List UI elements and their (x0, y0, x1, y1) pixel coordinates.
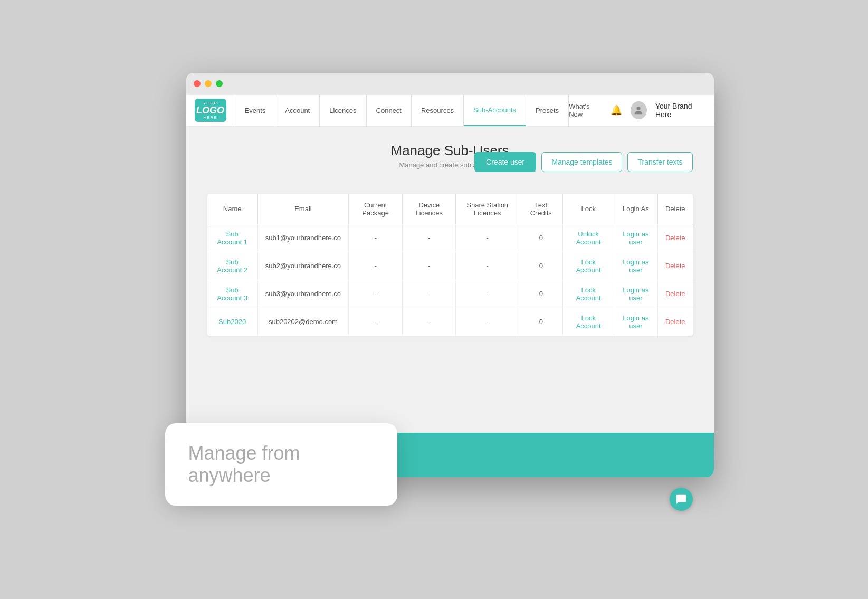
cell-share-1: - (456, 252, 519, 280)
cell-email-0: sub1@yourbrandhere.co (257, 224, 348, 252)
cell-device-0: - (403, 224, 456, 252)
cell-name-3: Sub2020 (207, 308, 258, 336)
transfer-texts-button[interactable]: Transfer texts (627, 152, 692, 172)
nav-events[interactable]: Events (235, 94, 276, 126)
nav-licences[interactable]: Licences (320, 94, 366, 126)
logo[interactable]: YOUR LOGO HERE (195, 99, 226, 122)
notification-bell-icon[interactable]: 🔔 (611, 104, 622, 116)
col-text-credits: Text Credits (519, 194, 563, 224)
lock-action-1[interactable]: Lock Account (576, 258, 601, 274)
browser-window: YOUR LOGO HERE Events Account Licences C… (186, 73, 714, 477)
delete-action-2[interactable]: Delete (665, 290, 685, 298)
table-row: Sub Account 2 sub2@yourbrandhere.co - - … (207, 252, 693, 280)
table-row: Sub Account 1 sub1@yourbrandhere.co - - … (207, 224, 693, 252)
cell-package-0: - (349, 224, 403, 252)
nav-account[interactable]: Account (275, 94, 320, 126)
create-user-button[interactable]: Create user (474, 152, 536, 172)
cell-lock-1: Lock Account (563, 252, 614, 280)
col-name: Name (207, 194, 258, 224)
col-share-station: Share Station Licences (456, 194, 519, 224)
cell-delete-2: Delete (657, 280, 692, 308)
account-link-0[interactable]: Sub Account 1 (217, 230, 247, 246)
cell-package-2: - (349, 280, 403, 308)
col-login-as: Login As (614, 194, 657, 224)
maximize-icon[interactable] (216, 80, 223, 87)
cell-name-1: Sub Account 2 (207, 252, 258, 280)
nav-right: What's New 🔔 Your Brand Here (569, 101, 705, 119)
svg-point-0 (637, 107, 641, 110)
account-link-1[interactable]: Sub Account 2 (217, 258, 247, 274)
cell-share-0: - (456, 224, 519, 252)
cell-name-2: Sub Account 3 (207, 280, 258, 308)
cell-device-1: - (403, 252, 456, 280)
cell-login-1: Login as user (614, 252, 657, 280)
account-link-2[interactable]: Sub Account 3 (217, 286, 247, 302)
action-buttons: Create user Manage templates Transfer te… (474, 152, 692, 172)
cell-package-3: - (349, 308, 403, 336)
floating-card-text: Manage from anywhere (188, 442, 300, 486)
nav-presets[interactable]: Presets (526, 94, 569, 126)
cell-credits-0: 0 (519, 224, 563, 252)
account-link-3[interactable]: Sub2020 (218, 318, 246, 326)
cell-login-0: Login as user (614, 224, 657, 252)
delete-action-0[interactable]: Delete (665, 234, 685, 242)
cell-lock-2: Lock Account (563, 280, 614, 308)
login-as-1[interactable]: Login as user (623, 258, 648, 274)
manage-templates-button[interactable]: Manage templates (541, 152, 622, 172)
col-lock: Lock (563, 194, 614, 224)
login-as-2[interactable]: Login as user (623, 286, 648, 302)
close-icon[interactable] (194, 80, 201, 87)
cell-package-1: - (349, 252, 403, 280)
main-content: Manage Sub-Users Manage and create sub a… (186, 127, 714, 433)
cell-delete-1: Delete (657, 252, 692, 280)
col-email: Email (257, 194, 348, 224)
page-header-row: Manage Sub-Users Manage and create sub a… (207, 142, 693, 182)
whats-new-link[interactable]: What's New (569, 102, 602, 118)
brand-name-label: Your Brand Here (655, 102, 705, 119)
col-delete: Delete (657, 194, 692, 224)
cell-share-2: - (456, 280, 519, 308)
cell-lock-3: Lock Account (563, 308, 614, 336)
cell-login-2: Login as user (614, 280, 657, 308)
col-device-licences: Device Licences (403, 194, 456, 224)
nav-links: Events Account Licences Connect Resource… (235, 94, 569, 126)
logo-here: HERE (203, 115, 217, 120)
lock-action-3[interactable]: Lock Account (576, 314, 601, 330)
sub-users-table-container: Name Email Current Package Device Licenc… (207, 194, 693, 336)
nav-sub-accounts[interactable]: Sub-Accounts (464, 94, 526, 126)
sub-users-table: Name Email Current Package Device Licenc… (207, 194, 693, 336)
table-row: Sub2020 sub20202@demo.com - - - 0 Lock A… (207, 308, 693, 336)
cell-device-2: - (403, 280, 456, 308)
cell-share-3: - (456, 308, 519, 336)
cell-login-3: Login as user (614, 308, 657, 336)
table-header-row: Name Email Current Package Device Licenc… (207, 194, 693, 224)
cell-email-3: sub20202@demo.com (257, 308, 348, 336)
cell-name-0: Sub Account 1 (207, 224, 258, 252)
lock-action-0[interactable]: Unlock Account (576, 230, 601, 246)
nav-resources[interactable]: Resources (412, 94, 464, 126)
cell-delete-3: Delete (657, 308, 692, 336)
cell-device-3: - (403, 308, 456, 336)
lock-action-2[interactable]: Lock Account (576, 286, 601, 302)
login-as-3[interactable]: Login as user (623, 314, 648, 330)
cell-credits-3: 0 (519, 308, 563, 336)
nav-connect[interactable]: Connect (367, 94, 412, 126)
logo-main: LOGO (196, 106, 224, 115)
cell-email-1: sub2@yourbrandhere.co (257, 252, 348, 280)
cell-lock-0: Unlock Account (563, 224, 614, 252)
login-as-0[interactable]: Login as user (623, 230, 648, 246)
navbar: YOUR LOGO HERE Events Account Licences C… (186, 95, 714, 127)
cell-email-2: sub3@yourbrandhere.co (257, 280, 348, 308)
delete-action-3[interactable]: Delete (665, 318, 685, 326)
avatar[interactable] (631, 101, 647, 119)
cell-credits-1: 0 (519, 252, 563, 280)
minimize-icon[interactable] (205, 80, 212, 87)
cell-credits-2: 0 (519, 280, 563, 308)
delete-action-1[interactable]: Delete (665, 262, 685, 270)
floating-promo-card: Manage from anywhere (165, 423, 397, 506)
browser-titlebar (186, 73, 714, 95)
col-package: Current Package (349, 194, 403, 224)
cell-delete-0: Delete (657, 224, 692, 252)
table-row: Sub Account 3 sub3@yourbrandhere.co - - … (207, 280, 693, 308)
